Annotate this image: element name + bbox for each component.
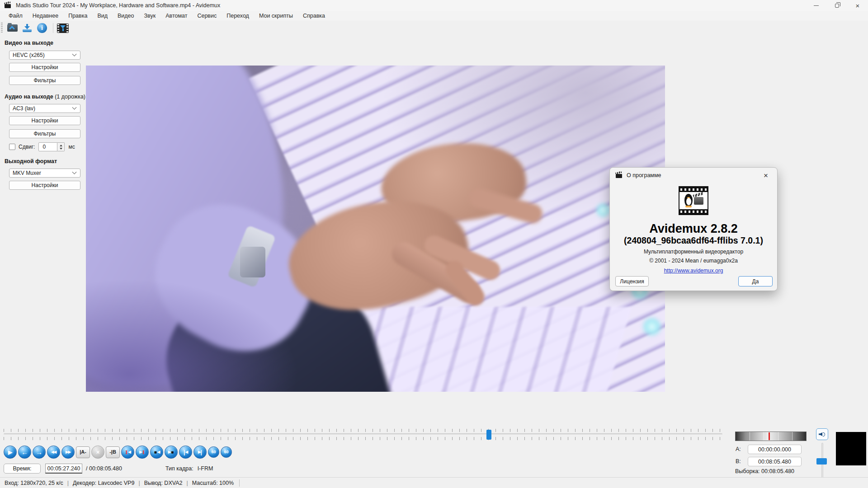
timeline-slider-handle[interactable] — [486, 430, 491, 440]
audio-settings-button[interactable]: Настройки — [9, 116, 80, 125]
jog-center-marker — [769, 432, 770, 440]
menu-auto[interactable]: Автомат — [160, 12, 192, 20]
video-filters-button[interactable] — [56, 22, 70, 34]
minimize-button[interactable] — [806, 0, 826, 11]
next-keyframe-button[interactable]: ▶▶ — [61, 446, 75, 459]
set-marker-b-button[interactable]: -|B — [106, 446, 120, 458]
video-codec-select[interactable]: HEVC (x265) — [9, 51, 80, 60]
next-intra-frame-button[interactable]: ▶I — [136, 446, 149, 459]
video-preview — [86, 66, 665, 392]
about-close-button[interactable]: × — [761, 171, 770, 180]
audio-output-heading: Аудио на выходе (1 дорожка) — [5, 94, 85, 100]
restore-button[interactable] — [826, 0, 847, 11]
close-button[interactable]: × — [847, 0, 868, 11]
tux-penguin-icon — [684, 194, 693, 206]
marker-a-time-field[interactable]: 00:00:00.000 — [748, 445, 802, 454]
menu-go[interactable]: Переход — [222, 12, 254, 20]
about-dialog-titlebar: О программе — [610, 168, 777, 183]
license-button[interactable]: Лицензия — [615, 276, 649, 286]
status-zoom: Масштаб: 100% — [192, 480, 234, 486]
status-bar: Вход: 1280x720, 25 к/с | Декодер: Lavcod… — [0, 477, 868, 488]
shift-checkbox[interactable] — [9, 144, 15, 150]
shift-value-input[interactable]: 0 — [38, 142, 57, 151]
speaker-icon — [819, 432, 826, 437]
selection-duration: Выборка: 00:08:05.480 — [735, 468, 794, 474]
shift-spinner[interactable] — [57, 142, 65, 151]
forward-60s-button[interactable]: 60 — [221, 446, 232, 458]
website-link[interactable]: http://www.avidemux.org — [664, 267, 723, 274]
audio-codec-select[interactable]: AC3 (lav) — [9, 104, 80, 113]
menu-tools[interactable]: Сервис — [192, 12, 222, 20]
play-button[interactable]: ▶ — [4, 446, 17, 459]
current-time-input[interactable]: 00:05:27.240 — [45, 464, 82, 474]
purple-shadow — [86, 271, 312, 392]
app-version-title: Avidemux 2.8.2 — [610, 222, 777, 236]
open-file-button[interactable] — [5, 22, 19, 34]
menu-help[interactable]: Справка — [298, 12, 330, 20]
timeline-ruler-bottom[interactable] — [4, 437, 722, 440]
marker-b-time-field[interactable]: 00:08:05.480 — [748, 457, 802, 466]
audio-shift-row: Сдвиг: 0 мс — [9, 142, 75, 151]
chevron-down-icon — [72, 169, 77, 174]
previous-intra-frame-button[interactable]: I◀ — [121, 446, 134, 459]
video-filters-icon — [57, 23, 69, 33]
marker-a-label: A: — [736, 446, 741, 452]
status-input: Вход: 1280x720, 25 к/с — [5, 480, 63, 486]
shift-label: Сдвиг: — [19, 144, 35, 150]
mute-button[interactable] — [816, 428, 828, 440]
video-settings-button[interactable]: Настройки — [9, 63, 80, 72]
avidemux-logo — [679, 186, 708, 215]
reset-markers-button[interactable]: × — [91, 446, 104, 459]
save-icon — [22, 24, 32, 32]
window-controls: × — [806, 0, 868, 11]
jog-shuttle[interactable] — [735, 432, 807, 441]
clapperboard-icon — [616, 173, 623, 178]
time-mode-selector[interactable]: Время: — [4, 464, 41, 474]
ok-button[interactable]: Да — [738, 276, 773, 286]
previous-frame-button[interactable]: ← — [18, 446, 31, 459]
last-frame-button[interactable]: ▶| — [193, 446, 207, 459]
marker-b-label: B: — [736, 458, 741, 465]
main-toolbar: i — [0, 21, 868, 35]
open-file-icon — [7, 24, 18, 32]
about-dialog: О программе × Avidemux 2.8.2 (240804_96b… — [609, 167, 778, 291]
menu-view[interactable]: Вид — [92, 12, 113, 20]
muxer-settings-button[interactable]: Настройки — [9, 181, 80, 190]
previous-keyframe-button[interactable]: ◀◀ — [47, 446, 60, 459]
first-frame-button[interactable]: |◀ — [179, 446, 192, 459]
back-60s-button[interactable]: 60 — [208, 446, 219, 458]
transport-controls: ▶ ← → ◀◀ ▶▶ |A- × -|B I◀ ▶I ■◀ ▶■ |◀ ▶| … — [4, 446, 232, 459]
save-button[interactable] — [20, 22, 34, 34]
volume-slider-handle[interactable] — [816, 458, 827, 465]
info-button[interactable]: i — [35, 22, 49, 34]
status-decoder: Декодер: Lavcodec VP9 — [73, 480, 134, 486]
menu-recent[interactable]: Недавнее — [28, 12, 63, 20]
time-row: Время: 00:05:27.240 / 00:08:05.480 Тип к… — [4, 464, 213, 474]
menu-video[interactable]: Видео — [113, 12, 139, 20]
window-title: Madis Studio Tour 2024 - My Workplace, H… — [16, 2, 220, 9]
menu-audio[interactable]: Звук — [139, 12, 161, 20]
info-icon: i — [37, 23, 47, 33]
about-dialog-title: О программе — [627, 172, 661, 178]
build-string: (240804_96bcaa6df64-fflibs 7.0.1) — [610, 235, 777, 246]
previous-black-frame-button[interactable]: ■◀ — [150, 446, 163, 459]
menu-file[interactable]: Файл — [4, 12, 28, 20]
frame-type-value: I-FRM — [198, 465, 213, 472]
status-output: Вывод: DXVA2 — [144, 480, 183, 486]
video-filters-list-button[interactable]: Фильтры — [9, 76, 80, 85]
muxer-select[interactable]: MKV Muxer — [9, 169, 80, 178]
total-duration-label: / 00:08:05.480 — [86, 465, 122, 472]
app-subtitle: Мультиплатформенный видеоредактор — [610, 249, 777, 255]
timeline-track[interactable] — [4, 433, 722, 435]
menu-custom[interactable]: Мои скрипты — [254, 12, 298, 20]
set-marker-a-button[interactable]: |A- — [76, 446, 90, 458]
next-black-frame-button[interactable]: ▶■ — [165, 446, 178, 459]
title-bar: Madis Studio Tour 2024 - My Workplace, H… — [0, 0, 868, 11]
menu-edit[interactable]: Правка — [63, 12, 92, 20]
video-output-heading: Видео на выходе — [5, 40, 53, 46]
toolbar-drag-handle[interactable] — [1, 23, 3, 33]
audio-filters-button[interactable]: Фильтры — [9, 129, 80, 138]
timeline-ruler-top[interactable] — [4, 429, 722, 432]
next-frame-button[interactable]: → — [33, 446, 46, 459]
shift-unit-label: мс — [68, 144, 75, 150]
